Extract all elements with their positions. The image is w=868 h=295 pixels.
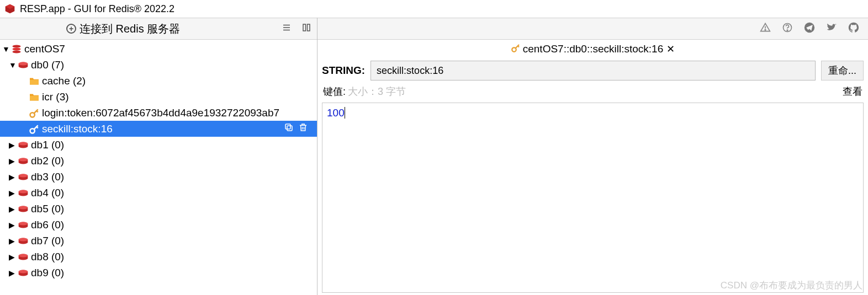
tree-row[interactable]: ▶db6 (0)	[0, 217, 317, 233]
svg-point-7	[13, 45, 21, 47]
key-icon	[28, 108, 41, 119]
svg-point-8	[13, 47, 21, 50]
expand-arrow-icon: ▶	[9, 141, 17, 149]
tree-label: db4 (0)	[31, 187, 64, 199]
delete-icon[interactable]	[298, 122, 308, 135]
rename-button[interactable]: 重命...	[821, 61, 864, 81]
tree-row[interactable]: ▶db3 (0)	[0, 169, 317, 185]
svg-point-37	[19, 270, 28, 273]
value-text: 100	[327, 107, 345, 119]
tree-label: db0 (7)	[31, 59, 64, 71]
svg-point-29	[19, 206, 28, 209]
key-row: STRING: 重命...	[317, 58, 868, 83]
key-icon	[511, 43, 521, 56]
expand-arrow-icon: ▶	[9, 221, 17, 229]
expand-arrow-icon: ▶	[9, 173, 17, 181]
size-text: 大小：3 字节	[348, 85, 406, 98]
server-node[interactable]: ▼ centOS7	[0, 41, 317, 57]
window-title: RESP.app - GUI for Redis® 2022.2	[20, 3, 174, 15]
connect-button[interactable]: + 连接到 Redis 服务器	[66, 22, 180, 36]
folder-icon	[28, 93, 41, 101]
plus-icon: +	[66, 24, 76, 34]
svg-line-45	[517, 46, 518, 47]
expand-arrow-icon: ▼	[9, 61, 17, 69]
key-name-input[interactable]	[371, 61, 816, 81]
tree-row[interactable]: ▶db4 (0)	[0, 185, 317, 201]
tree-label: db2 (0)	[31, 155, 64, 167]
tree-label: db1 (0)	[31, 139, 64, 151]
twitter-icon[interactable]	[826, 22, 837, 35]
folder-icon	[28, 77, 41, 85]
expand-arrow-icon: ▶	[9, 157, 17, 165]
tree-row[interactable]: ▶db1 (0)	[0, 137, 317, 153]
svg-rect-6	[308, 24, 310, 31]
svg-point-35	[19, 254, 28, 257]
tree[interactable]: ▼ centOS7 ▼db0 (7)cache (2)icr (3)login:…	[0, 40, 317, 295]
expand-arrow-icon: ▶	[9, 253, 17, 261]
titlebar: RESP.app - GUI for Redis® 2022.2	[0, 0, 868, 18]
expand-arrow-icon: ▶	[9, 269, 17, 277]
app-icon	[4, 3, 15, 14]
db-icon	[17, 173, 30, 181]
svg-point-11	[19, 62, 28, 65]
meta-row: 键值: 大小：3 字节 查看	[317, 83, 868, 100]
tree-row[interactable]: ▶db5 (0)	[0, 201, 317, 217]
tree-label: db8 (0)	[31, 251, 64, 263]
warning-icon[interactable]	[760, 22, 771, 35]
svg-point-27	[19, 190, 28, 193]
db-icon	[17, 269, 30, 277]
tree-label: db3 (0)	[31, 171, 64, 183]
tree-row[interactable]: ▶db8 (0)	[0, 249, 317, 265]
svg-point-25	[19, 174, 28, 177]
tree-row[interactable]: ▶db2 (0)	[0, 153, 317, 169]
svg-line-14	[36, 110, 38, 112]
svg-point-33	[19, 238, 28, 241]
db-icon	[17, 61, 30, 69]
copy-icon[interactable]	[284, 122, 294, 135]
tree-row[interactable]: ▶db7 (0)	[0, 233, 317, 249]
value-editor[interactable]: 100	[322, 103, 864, 293]
key-icon	[28, 124, 41, 135]
left-pane: + 连接到 Redis 服务器 ▼ centOS7 ▼db0 (7)cache …	[0, 18, 317, 295]
tree-row[interactable]: icr (3)	[0, 89, 317, 105]
close-tab-icon[interactable]: ✕	[666, 43, 675, 55]
right-toolbar	[317, 18, 868, 40]
svg-point-39	[765, 29, 766, 30]
list-icon[interactable]	[282, 23, 292, 35]
tree-label: login:token:6072af45673b4dd4a9e193272209…	[42, 107, 279, 119]
svg-point-21	[19, 142, 28, 145]
tree-row[interactable]: login:token:6072af45673b4dd4a9e193272209…	[0, 105, 317, 121]
tree-label: db7 (0)	[31, 235, 64, 247]
svg-point-9	[13, 50, 21, 53]
db-icon	[17, 237, 30, 245]
svg-point-31	[19, 222, 28, 225]
tree-row[interactable]: ▶db9 (0)	[0, 265, 317, 281]
expand-arrow-icon: ▶	[9, 205, 17, 213]
server-label: centOS7	[24, 43, 65, 55]
db-icon	[17, 189, 30, 197]
tree-row[interactable]: seckill:stock:16	[0, 121, 317, 137]
telegram-icon[interactable]	[804, 22, 815, 35]
github-icon[interactable]	[848, 22, 859, 35]
connect-label: 连接到 Redis 服务器	[80, 22, 180, 36]
columns-icon[interactable]	[301, 23, 311, 35]
svg-rect-5	[303, 24, 306, 31]
meta-label: 键值:	[323, 85, 346, 98]
expand-arrow-icon: ▶	[9, 189, 17, 197]
svg-rect-19	[285, 124, 290, 129]
collapse-arrow-icon: ▼	[2, 45, 10, 53]
svg-point-23	[19, 158, 28, 161]
tree-row[interactable]: cache (2)	[0, 73, 317, 89]
tree-row[interactable]: ▼db0 (7)	[0, 57, 317, 73]
view-button[interactable]: 查看	[843, 85, 862, 98]
db-icon	[17, 205, 30, 213]
breadcrumb-text: centOS7::db0::seckill:stock:16	[523, 43, 664, 55]
tree-label: db6 (0)	[31, 219, 64, 231]
left-toolbar: + 连接到 Redis 服务器	[0, 18, 317, 40]
db-icon	[17, 221, 30, 229]
right-pane: centOS7::db0::seckill:stock:16 ✕ STRING:…	[317, 18, 868, 295]
help-icon[interactable]	[782, 22, 793, 35]
server-icon	[10, 44, 23, 55]
db-icon	[17, 157, 30, 165]
svg-line-17	[36, 126, 38, 128]
